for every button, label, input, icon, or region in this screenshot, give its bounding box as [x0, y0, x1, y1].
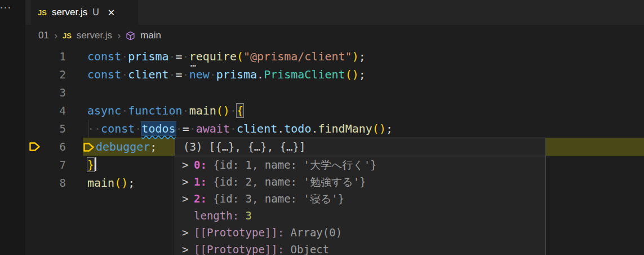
code-token: ·	[183, 68, 189, 81]
code-token: findMany	[318, 122, 372, 135]
line-number-text: 2	[60, 68, 66, 81]
code-token: ·	[189, 122, 196, 135]
javascript-file-icon: JS	[63, 32, 72, 40]
code-token: ·	[183, 104, 189, 117]
debug-value: Array(0)	[291, 226, 343, 239]
code-token: }	[87, 158, 94, 172]
breadcrumb-item-server.js[interactable]: server.js	[77, 30, 112, 41]
vscode-window: ··· JS server.js U ✕ 01›JSserver.js›main…	[0, 0, 644, 255]
code-token: =	[176, 50, 183, 63]
line-number-5[interactable]: 5	[25, 120, 83, 138]
code-token: ·	[176, 122, 183, 135]
code-token: )	[379, 122, 386, 135]
code-token: ·	[121, 104, 128, 117]
debug-key: [[Prototype]]:	[194, 226, 284, 239]
tab-server-js[interactable]: JS server.js U ✕	[31, 0, 138, 25]
line-number-text: 4	[60, 104, 66, 117]
line-number-text: 3	[60, 86, 66, 99]
code-token: ;	[150, 140, 157, 153]
code-token: ·	[210, 68, 216, 81]
code-token: const	[87, 68, 121, 81]
debug-popup-header: (3) [{…}, {…}, {…}]	[175, 138, 545, 156]
code-token: ·	[230, 122, 237, 135]
line-number-6[interactable]: 6	[25, 138, 83, 156]
code-token: )	[223, 104, 230, 117]
expand-chevron-icon[interactable]: >	[182, 156, 194, 173]
code-token: )	[352, 50, 359, 63]
debug-value: {id: 2, name: '勉強する'}	[213, 175, 366, 188]
overflow-menu-icon[interactable]: ···	[0, 1, 11, 15]
code-token: .	[277, 122, 284, 135]
code-token: )	[121, 176, 128, 190]
debug-popup-row-4[interactable]: >[[Prototype]]: Array(0)	[175, 224, 545, 241]
line-number-3[interactable]: 3	[25, 83, 83, 102]
code-token: (	[372, 122, 379, 135]
debug-value: 3	[246, 209, 252, 222]
breadcrumb: 01›JSserver.js›main	[38, 27, 161, 45]
code-token: ·	[121, 68, 128, 81]
breadcrumb-separator-icon: ›	[117, 30, 121, 42]
line-number-4[interactable]: 4	[25, 102, 83, 120]
code-token: client	[237, 122, 277, 135]
code-token: todo	[284, 122, 311, 135]
breadcrumb-item-main[interactable]: main	[140, 30, 161, 41]
code-token: ·	[121, 50, 128, 63]
debug-statement-arrow-icon	[83, 142, 95, 152]
text-cursor	[95, 157, 96, 171]
code-token: const	[87, 50, 121, 63]
spacer	[207, 175, 213, 188]
breadcrumb-separator-icon: ›	[54, 30, 57, 42]
line-number-7[interactable]: 7	[25, 156, 83, 174]
code-token: main	[189, 104, 216, 117]
code-token: =	[176, 68, 183, 81]
close-tab-icon[interactable]: ✕	[108, 7, 115, 18]
debug-popup-row-2[interactable]: >2: {id: 3, name: '寝る'}	[175, 190, 545, 207]
code-line-2[interactable]: const·client·=·new·prisma.PrismaClient()…	[83, 65, 644, 83]
code-token: .	[311, 122, 318, 135]
code-line-1[interactable]: const·prisma·=·require("@prisma/client")…	[83, 47, 644, 65]
code-line-3[interactable]	[83, 83, 644, 102]
line-number-2[interactable]: 2	[25, 65, 83, 83]
line-number-text: 8	[60, 177, 66, 189]
code-token: ·	[183, 50, 189, 63]
debug-key: [[Prototype]]:	[194, 243, 284, 255]
git-untracked-badge: U	[92, 7, 99, 17]
debug-popup-row-5[interactable]: >[[Prototype]]: Object	[175, 241, 545, 255]
debug-popup-row-1[interactable]: >1: {id: 2, name: '勉強する'}	[175, 173, 545, 190]
code-token: const	[101, 122, 135, 135]
code-token: function	[128, 104, 182, 117]
breadcrumb-item-01[interactable]: 01	[38, 30, 49, 41]
debug-key: 2:	[194, 192, 207, 205]
debug-key: 0:	[194, 159, 207, 171]
symbol-module-icon	[126, 31, 135, 41]
expand-chevron-icon[interactable]: >	[182, 241, 194, 255]
code-token: async	[87, 104, 121, 117]
code-token: )	[352, 68, 359, 81]
debug-value: {id: 3, name: '寝る'}	[213, 192, 344, 205]
spacer	[207, 159, 213, 171]
line-number-text: 7	[60, 159, 66, 171]
line-number-1[interactable]: 1	[25, 47, 83, 65]
code-token: (	[345, 68, 352, 81]
javascript-file-icon: JS	[38, 8, 47, 17]
code-line-5[interactable]: ··const·todos·=·await·client.todo.findMa…	[83, 120, 644, 138]
code-token: await	[196, 122, 230, 135]
code-token: (	[237, 50, 243, 63]
code-token: =	[183, 122, 189, 135]
spacer	[207, 192, 213, 205]
debug-popup-row-3[interactable]: length: 3	[175, 207, 545, 224]
code-token: prisma	[128, 50, 168, 63]
expand-chevron-icon[interactable]: >	[182, 173, 194, 190]
code-line-4[interactable]: async·function·main()·{	[83, 102, 644, 120]
line-number-text: 5	[60, 122, 66, 135]
debug-value: Object	[291, 243, 330, 255]
expand-chevron-icon[interactable]: >	[182, 190, 194, 207]
code-token: new	[189, 68, 210, 81]
code-token: client	[128, 68, 168, 81]
tab-bar: JS server.js U ✕	[25, 0, 644, 25]
expand-chevron-icon[interactable]: >	[182, 224, 194, 241]
debug-popup-row-0[interactable]: >0: {id: 1, name: '大学へ行く'}	[175, 156, 545, 173]
line-number-text: 6	[60, 140, 66, 153]
line-number-8[interactable]: 8	[25, 174, 83, 192]
code-token: ;	[386, 122, 393, 135]
